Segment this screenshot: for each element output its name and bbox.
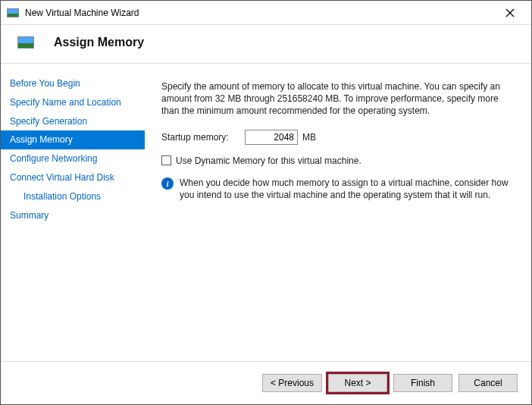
wizard-content: Specify the amount of memory to allocate… [145,64,531,361]
wizard-header: Assign Memory [1,25,531,63]
wizard-sidebar: Before You Begin Specify Name and Locati… [1,64,145,361]
wizard-window: New Virtual Machine Wizard Assign Memory… [0,0,532,405]
startup-memory-input[interactable] [245,130,298,145]
sidebar-item-assign-memory[interactable]: Assign Memory [1,130,145,149]
info-text: When you decide how much memory to assig… [180,177,510,201]
app-icon [7,8,19,17]
dynamic-memory-label: Use Dynamic Memory for this virtual mach… [176,155,361,166]
titlebar: New Virtual Machine Wizard [1,1,531,25]
next-button[interactable]: Next > [328,374,387,392]
sidebar-item-specify-generation[interactable]: Specify Generation [1,112,145,131]
close-icon[interactable] [495,2,525,24]
sidebar-item-configure-networking[interactable]: Configure Networking [1,149,145,168]
info-icon: i [161,177,174,190]
startup-memory-label: Startup memory: [161,132,245,143]
cancel-button[interactable]: Cancel [458,374,518,392]
sidebar-item-installation-options[interactable]: Installation Options [1,187,145,206]
dynamic-memory-checkbox[interactable] [161,155,171,165]
startup-memory-row: Startup memory: MB [161,130,510,145]
info-row: i When you decide how much memory to ass… [161,177,510,201]
vm-icon [17,36,34,49]
sidebar-item-before-you-begin[interactable]: Before You Begin [1,74,145,93]
startup-memory-unit: MB [302,132,316,143]
sidebar-item-summary[interactable]: Summary [1,206,145,225]
description-text: Specify the amount of memory to allocate… [161,80,510,118]
previous-button[interactable]: < Previous [262,374,322,392]
wizard-footer: < Previous Next > Finish Cancel [1,362,531,404]
wizard-body: Before You Begin Specify Name and Locati… [1,63,531,362]
sidebar-item-specify-name[interactable]: Specify Name and Location [1,93,145,112]
finish-button[interactable]: Finish [393,374,452,392]
page-title: Assign Memory [54,36,144,49]
dynamic-memory-row[interactable]: Use Dynamic Memory for this virtual mach… [161,155,510,166]
window-title: New Virtual Machine Wizard [25,8,495,18]
sidebar-item-connect-vhd[interactable]: Connect Virtual Hard Disk [1,168,145,187]
